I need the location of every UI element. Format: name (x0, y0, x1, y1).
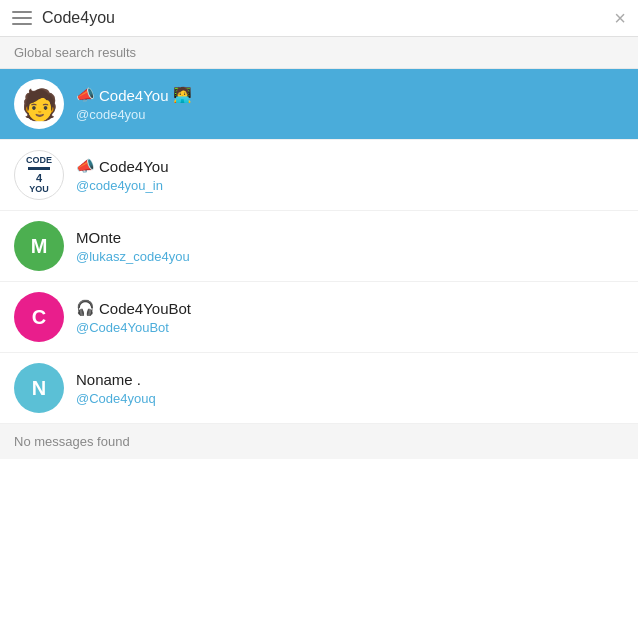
result-info: 🎧 Code4YouBot @Code4YouBot (76, 299, 191, 335)
result-name: 📣 Code4You 🧑‍💻 (76, 86, 192, 104)
name-prefix: 📣 (76, 86, 95, 104)
result-handle: @code4you (76, 107, 192, 122)
avatar: N (14, 363, 64, 413)
result-name: MOnte (76, 229, 190, 246)
list-item[interactable]: N Noname . @Code4youq (0, 353, 638, 424)
result-name: Noname . (76, 371, 156, 388)
result-handle: @code4you_in (76, 178, 169, 193)
result-name: 📣 Code4You (76, 157, 169, 175)
list-item[interactable]: 🧑 📣 Code4You 🧑‍💻 @code4you (0, 69, 638, 140)
search-input-wrapper (42, 9, 604, 27)
result-handle: @Code4youq (76, 391, 156, 406)
search-input[interactable] (42, 9, 604, 27)
clear-icon[interactable]: × (614, 8, 626, 28)
avatar: 🧑 (14, 79, 64, 129)
no-messages-label: No messages found (0, 424, 638, 459)
list-item[interactable]: CODE 4 YOU 📣 Code4You @code4you_in (0, 140, 638, 211)
result-handle: @lukasz_code4you (76, 249, 190, 264)
avatar: M (14, 221, 64, 271)
list-item[interactable]: M MOnte @lukasz_code4you (0, 211, 638, 282)
result-info: MOnte @lukasz_code4you (76, 229, 190, 264)
hamburger-icon[interactable] (12, 11, 32, 25)
avatar: CODE 4 YOU (14, 150, 64, 200)
result-info: 📣 Code4You @code4you_in (76, 157, 169, 193)
avatar: C (14, 292, 64, 342)
section-label: Global search results (0, 37, 638, 69)
name-emoji: 🧑‍💻 (173, 86, 192, 104)
name-prefix: 📣 (76, 157, 95, 175)
list-item[interactable]: C 🎧 Code4YouBot @Code4YouBot (0, 282, 638, 353)
result-handle: @Code4YouBot (76, 320, 191, 335)
result-name: 🎧 Code4YouBot (76, 299, 191, 317)
result-info: 📣 Code4You 🧑‍💻 @code4you (76, 86, 192, 122)
name-prefix: 🎧 (76, 299, 95, 317)
result-info: Noname . @Code4youq (76, 371, 156, 406)
search-bar: × (0, 0, 638, 37)
result-list: 🧑 📣 Code4You 🧑‍💻 @code4you CODE 4 YOU 📣 … (0, 69, 638, 424)
